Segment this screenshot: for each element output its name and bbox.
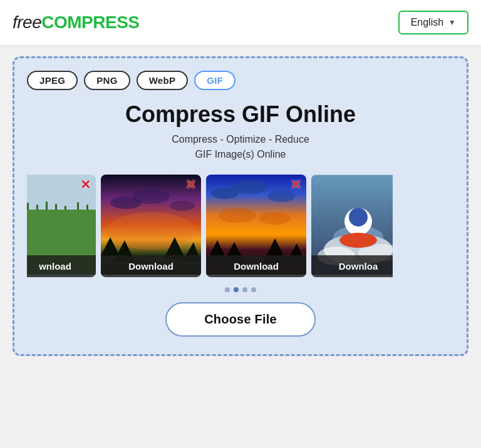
main-title: Compress GIF Online bbox=[27, 101, 454, 127]
image-card-4: Downloa bbox=[311, 175, 405, 277]
header: freeCOMPRESS English ▼ bbox=[0, 0, 481, 45]
svg-rect-4 bbox=[36, 205, 38, 221]
svg-point-22 bbox=[267, 191, 295, 202]
svg-point-14 bbox=[107, 212, 195, 250]
tab-jpeg[interactable]: JPEG bbox=[27, 71, 78, 90]
image-card-2: ✕ Download bbox=[101, 175, 201, 277]
choose-file-button[interactable]: Choose File bbox=[165, 302, 316, 337]
tab-gif[interactable]: GIF bbox=[194, 71, 235, 90]
logo-free-text: free bbox=[13, 13, 41, 32]
svg-point-13 bbox=[170, 201, 195, 211]
logo-compress-text: COMPRESS bbox=[41, 13, 139, 32]
sub-title-line2: GIF Image(s) Online bbox=[195, 149, 286, 160]
language-label: English bbox=[411, 17, 443, 28]
scroll-dot-3 bbox=[242, 287, 247, 292]
download-button-3[interactable]: Download bbox=[206, 255, 306, 277]
scroll-dot-4 bbox=[251, 287, 256, 292]
close-icon-2[interactable]: ✕ bbox=[185, 178, 196, 191]
scroll-dot-2 bbox=[234, 287, 239, 292]
svg-rect-8 bbox=[77, 202, 79, 221]
image-card-1: ✕ wnload bbox=[27, 175, 96, 277]
close-icon-3[interactable]: ✕ bbox=[291, 178, 301, 191]
svg-rect-3 bbox=[27, 203, 29, 221]
sub-title: Compress - Optimize - Reduce GIF Image(s… bbox=[27, 132, 454, 162]
title-section: Compress GIF Online Compress - Optimize … bbox=[27, 101, 454, 162]
format-tabs: JPEG PNG WebP GIF bbox=[27, 71, 454, 90]
main-container: JPEG PNG WebP GIF Compress GIF Online Co… bbox=[13, 56, 468, 356]
scroll-dot-1 bbox=[225, 287, 230, 292]
language-button[interactable]: English ▼ bbox=[398, 11, 468, 34]
svg-point-21 bbox=[232, 180, 267, 194]
svg-point-35 bbox=[349, 208, 368, 227]
svg-rect-9 bbox=[86, 205, 88, 221]
tab-webp[interactable]: WebP bbox=[137, 71, 189, 90]
svg-rect-5 bbox=[46, 201, 48, 221]
download-button-2[interactable]: Download bbox=[101, 255, 201, 277]
image-card-3: ✕ Download bbox=[206, 175, 306, 277]
download-button-4[interactable]: Downloa bbox=[311, 255, 405, 277]
chevron-down-icon: ▼ bbox=[448, 18, 456, 27]
logo: freeCOMPRESS bbox=[13, 13, 140, 33]
sub-title-line1: Compress - Optimize - Reduce bbox=[172, 134, 309, 145]
svg-point-23 bbox=[219, 208, 256, 223]
close-icon-1[interactable]: ✕ bbox=[80, 178, 91, 191]
download-button-1[interactable]: wnload bbox=[27, 255, 96, 277]
svg-point-12 bbox=[132, 189, 170, 204]
images-row: ✕ wnload bbox=[27, 175, 454, 277]
tab-png[interactable]: PNG bbox=[84, 71, 130, 90]
scroll-dots bbox=[27, 287, 454, 292]
svg-rect-7 bbox=[65, 206, 66, 221]
svg-point-24 bbox=[259, 212, 291, 225]
svg-point-36 bbox=[339, 233, 377, 248]
svg-rect-6 bbox=[55, 204, 57, 221]
